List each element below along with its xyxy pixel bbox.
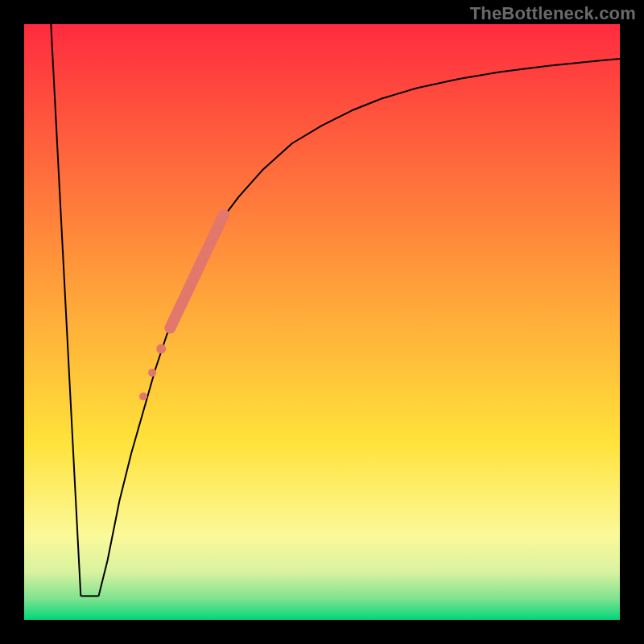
watermark-text: TheBottleneck.com (470, 3, 636, 24)
chart-frame: TheBottleneck.com (0, 0, 644, 644)
coral-dot-lower (139, 393, 147, 401)
coral-dot-mid (148, 369, 156, 377)
chart-svg (24, 24, 620, 620)
plot-area (24, 24, 620, 620)
coral-dot-upper (156, 344, 166, 353)
